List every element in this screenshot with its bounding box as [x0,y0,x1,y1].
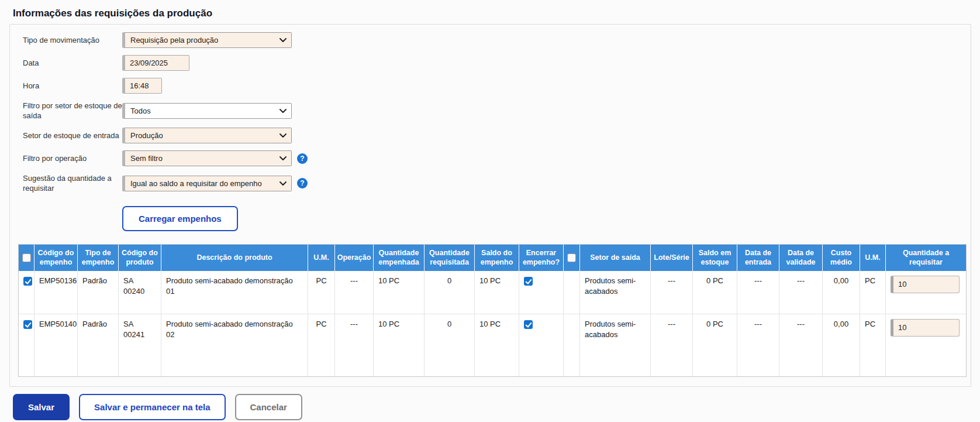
field-label: Sugestão da quantidade a requisitar [23,173,122,193]
select-all-checkbox-2[interactable] [567,253,576,262]
quantidade-requisitar-input[interactable] [891,319,960,337]
cell-descricao: Produto semi-acabado demonstração 02 [161,314,308,376]
cell-codigo-empenho: EMP50140 [34,314,78,376]
header-codigo-produto: Código do produto [119,245,161,271]
cell-saldo-empenho: 10 PC [475,271,519,314]
help-icon[interactable]: ? [297,178,308,188]
header-descricao-produto: Descrição do produto [161,245,308,271]
setor-entrada-select[interactable]: Produção [122,128,292,143]
header-select-all [19,245,34,271]
field-label: Filtro por operação [23,153,122,163]
cell-tipo-empenho: Padrão [78,271,119,314]
cell-select [19,314,34,376]
select-all-checkbox[interactable] [22,253,31,262]
field-label: Setor de estoque de entrada [23,131,122,140]
chevron-down-icon [279,109,287,114]
cancelar-button[interactable]: Cancelar [235,394,302,420]
cell-setor-saida: Produtos semi-acabados [580,314,651,376]
cell-select [19,271,34,314]
cell-operacao: --- [335,314,374,376]
header-data-entrada: Data de entrada [737,245,779,271]
cell-codigo-empenho: EMP50136 [34,271,78,314]
header-um: U.M. [308,245,335,271]
page: Informações das requisições da produção … [0,0,980,422]
header-custo-medio: Custo médio [823,245,860,271]
header-quantidade-requisitada: Quantidade requisitada [425,245,475,271]
header-encerrar-empenho: Encerrar empenho? [519,245,564,271]
cell-codigo-produto: SA 00240 [119,271,161,314]
header-quantidade-empenhada: Quantidade empenhada [374,245,425,271]
encerrar-empenho-checkbox[interactable] [524,320,533,329]
cell-qtd-requisitar [886,314,966,376]
cell-um: PC [308,271,335,314]
cell-um: PC [308,314,335,376]
encerrar-empenho-checkbox[interactable] [524,277,533,286]
sugestao-quantidade-select[interactable]: Igual ao saldo a requisitar do empenho [122,176,292,191]
cell-encerrar [519,271,564,314]
cell-setor-saida: Produtos semi-acabados [580,271,651,314]
hora-input[interactable] [122,78,162,94]
cell-encerrar [519,314,564,376]
requisition-form-panel: Tipo de movimentação Requisição pela pro… [9,24,971,387]
header-data-validade: Data de validade [779,245,823,271]
cell-codigo-produto: SA 00241 [119,314,161,376]
header-saldo-estoque: Saldo em estoque [693,245,737,271]
form-row-hora: Hora [23,78,971,94]
form-row-data: Data [23,55,971,71]
help-icon[interactable]: ? [297,153,308,164]
cell-saldo-estoque: 0 PC [693,271,737,314]
cell-saldo-empenho: 10 PC [475,314,519,376]
chevron-down-icon [279,133,287,138]
cell-custo-medio: 0,00 [823,271,860,314]
action-buttons: Salvar Salvar e permanecer na tela Cance… [13,394,980,420]
field-label: Filtro por setor de estoque de saída [23,101,122,121]
table-row: EMP50140 Padrão SA 00241 Produto semi-ac… [19,314,966,376]
table-header-row: Código do empenho Tipo de empenho Código… [19,245,966,271]
cell-data-validade: --- [779,314,823,376]
empenhos-table: Código do empenho Tipo de empenho Código… [18,244,967,377]
quantidade-requisitar-input[interactable] [891,276,960,293]
table-row: EMP50136 Padrão SA 00240 Produto semi-ac… [19,271,966,314]
cell-qtd-requisitar [886,271,966,314]
filtro-setor-saida-select[interactable]: Todos [122,103,292,119]
field-label: Hora [23,81,122,91]
header-operacao: Operação [335,245,374,271]
header-saldo-empenho: Saldo do empenho [475,245,519,271]
cell-data-entrada: --- [737,271,779,314]
header-lote-serie: Lote/Série [651,245,693,271]
header-codigo-empenho: Código do empenho [34,245,78,271]
cell-data-validade: --- [779,271,823,314]
cell-um-2: PC [860,314,886,376]
cell-descricao: Produto semi-acabado demonstração 01 [161,271,308,314]
field-label: Tipo de movimentação [23,35,122,45]
form-row-tipo-movimentacao: Tipo de movimentação Requisição pela pro… [23,32,971,48]
form-row-setor-entrada: Setor de estoque de entrada Produção [23,128,971,143]
cell-tipo-empenho: Padrão [78,314,119,376]
form-row-sugestao-quantidade: Sugestão da quantidade a requisitar Igua… [23,173,971,193]
cell-saldo-estoque: 0 PC [693,314,737,376]
salvar-permanecer-button[interactable]: Salvar e permanecer na tela [79,394,225,420]
cell-lote-serie: --- [651,314,693,376]
row-select-checkbox[interactable] [23,277,32,286]
header-tipo-empenho: Tipo de empenho [78,245,119,271]
filtro-operacao-select[interactable]: Sem filtro [122,150,292,166]
row-select-checkbox[interactable] [23,320,32,329]
header-setor-saida: Setor de saída [580,245,651,271]
carregar-empenhos-button[interactable]: Carregar empenhos [122,206,238,231]
cell-qtd-empenhada: 10 PC [374,271,425,314]
cell-operacao: --- [335,271,374,314]
tipo-movimentacao-select[interactable]: Requisição pela produção [122,32,292,48]
select-value: Igual ao saldo a requisitar do empenho [130,179,262,188]
form-row-filtro-setor-saida: Filtro por setor de estoque de saída Tod… [23,101,971,121]
select-value: Todos [130,107,151,115]
cell-spacer [564,271,580,314]
salvar-button[interactable]: Salvar [13,394,70,420]
select-value: Produção [130,131,163,140]
select-value: Sem filtro [130,154,163,163]
form-row-filtro-operacao: Filtro por operação Sem filtro ? [23,150,971,166]
data-input[interactable] [122,55,189,71]
cell-spacer [564,314,580,376]
cell-qtd-requisitada: 0 [425,314,475,376]
chevron-down-icon [279,38,287,43]
cell-um-2: PC [860,271,886,314]
